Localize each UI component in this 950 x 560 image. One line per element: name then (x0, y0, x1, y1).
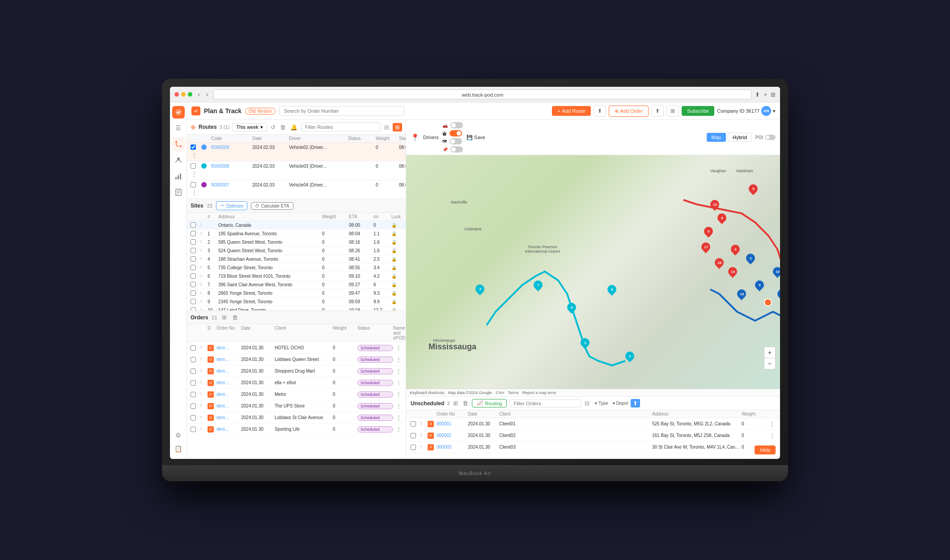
lock-icon[interactable]: 🔒 (391, 308, 402, 311)
order-checkbox[interactable] (191, 392, 196, 397)
order-menu[interactable]: ⋮ (395, 402, 402, 410)
map-pin-r4[interactable]: 8 (716, 212, 728, 224)
site-checkbox[interactable] (191, 265, 196, 270)
delete-button[interactable]: 🗑 (279, 123, 287, 132)
toggle-drivers[interactable] (450, 122, 463, 128)
order-row[interactable]: ⠿ D dem... 2024.01.30 Sporting Life 0 Sc… (187, 424, 406, 435)
order-checkbox[interactable] (191, 403, 196, 409)
map-type-map[interactable]: Map (707, 133, 726, 142)
sidebar-item-docs[interactable]: 📋 (172, 442, 185, 455)
map-pin-r2[interactable]: 13 (708, 198, 721, 211)
sidebar-item-analytics[interactable] (172, 170, 185, 183)
order-menu[interactable]: ⋮ (395, 355, 402, 364)
table-row[interactable]: R000008 2024.02.03 Vehicle03 (Driver... … (187, 161, 406, 180)
order-checkbox[interactable] (191, 415, 196, 420)
drag-handle[interactable]: ⠿ (199, 265, 208, 270)
drag-handle[interactable]: ⠿ (199, 380, 208, 385)
refresh-button[interactable]: ↺ (270, 123, 276, 132)
lock-icon[interactable]: 🔒 (391, 282, 402, 287)
export-unscheduled[interactable]: ⬆ (631, 399, 640, 407)
site-checkbox[interactable] (191, 307, 196, 310)
address-bar[interactable]: web.track-pod.com (213, 89, 751, 99)
drag-handle[interactable]: ⠿ (199, 308, 208, 311)
site-row[interactable]: ⠿ 6 719 Bloor Street West #101, Toronto … (187, 272, 406, 280)
map-pin-b2[interactable]: 10 (771, 265, 780, 278)
map-pin-t1[interactable]: 4 (474, 283, 486, 295)
map-container[interactable]: Vaughan Markham Mississauga Nashville Co… (406, 155, 780, 396)
drag-handle[interactable]: ⠿ (199, 415, 208, 420)
map-pin-b1[interactable]: 2 (744, 252, 757, 264)
back-btn[interactable]: ‹ (196, 90, 202, 99)
site-row[interactable]: ⠿ 10 147 Laird Drive, Toronto 0 10:19 12… (187, 306, 406, 310)
order-num[interactable]: dem... (216, 392, 241, 397)
order-checkbox[interactable] (191, 357, 196, 362)
route-code[interactable]: R000008 (211, 164, 251, 169)
add-route-button[interactable]: + Add Route (552, 106, 590, 116)
drag-handle[interactable]: ⠿ (199, 282, 208, 287)
order-num[interactable]: dem... (216, 369, 241, 373)
site-checkbox[interactable] (191, 273, 196, 279)
toggle-route[interactable] (450, 130, 462, 136)
sidebar-item-orders[interactable] (172, 186, 185, 199)
site-row[interactable]: ⠿ 1 195 Spadina Avenue, Toronto 0 08:04 … (187, 229, 406, 238)
site-checkbox[interactable] (191, 299, 196, 304)
sidebar-item-routes[interactable] (172, 137, 185, 151)
share-btn[interactable]: ⬆ (755, 91, 760, 98)
order-row[interactable]: ⠿ D dem... 2024.01.30 Metro 0 Scheduled … (187, 389, 406, 400)
lock-icon[interactable]: 🔒 (391, 265, 402, 270)
extensions-btn[interactable]: ⊞ (771, 91, 776, 98)
drag-handle[interactable]: ⠿ (199, 357, 208, 362)
order-num[interactable]: dem... (216, 427, 241, 432)
keyboard-shortcuts[interactable]: Keyboard shortcuts (410, 390, 445, 395)
map-pin-t2[interactable]: 7 (532, 279, 544, 291)
bell-button[interactable]: 🔔 (289, 123, 298, 132)
drag-handle[interactable]: ⠿ (420, 433, 428, 438)
subscribe-button[interactable]: Subscribe (682, 106, 714, 116)
order-menu[interactable]: ⋮ (395, 425, 402, 433)
unscheduled-row[interactable]: ⠿ D 000001 2024.01.30 Client01 525 Bay S… (406, 418, 780, 430)
site-row[interactable]: ⠿ 3 524 Queen Street West, Toronto 0 08:… (187, 246, 406, 255)
unscheduled-checkbox[interactable] (411, 421, 416, 427)
save-button[interactable]: 💾 Save (467, 135, 485, 140)
routing-button[interactable]: 📈 Routing (472, 399, 507, 407)
filter-unscheduled-icon[interactable]: ⊟ (584, 399, 590, 407)
drag-handle[interactable]: ⠿ (199, 248, 208, 253)
drag-handle[interactable]: ⠿ (199, 427, 208, 432)
site-checkbox[interactable] (191, 239, 196, 245)
optimize-button[interactable]: 〜 Optimize (216, 201, 247, 210)
sidebar-item-menu[interactable]: ☰ (172, 121, 185, 135)
lock-icon[interactable]: 🔒 (391, 299, 402, 304)
order-num[interactable]: dem... (216, 380, 241, 385)
lock-icon[interactable]: 🔒 (391, 223, 402, 228)
app-logo[interactable] (172, 106, 185, 119)
lock-icon[interactable]: 🔒 (391, 257, 402, 262)
table-row[interactable]: R000007 2024.02.03 Vehicle04 (Driver... … (187, 180, 406, 199)
unscheduled-row[interactable]: ⠿ D 000003 2024.01.30 Client03 30 St Cla… (406, 441, 780, 453)
add-order-button[interactable]: ⊕ Add Order (609, 106, 649, 117)
terms[interactable]: Terms (508, 390, 519, 395)
help-button[interactable]: Help (755, 445, 776, 454)
order-checkbox[interactable] (191, 380, 196, 386)
drag-handle[interactable]: ⠿ (199, 299, 208, 304)
map-pin-b5[interactable]: 16 (776, 288, 780, 300)
minimize-btn[interactable] (181, 92, 186, 97)
map-pin-r3[interactable]: 9 (702, 225, 715, 238)
site-row[interactable]: ⠿ 8 2665 Yonge Street, Toronto 0 09:47 9… (187, 289, 406, 297)
drag-handle[interactable]: ⠿ (199, 240, 208, 245)
drag-handle[interactable]: ⠿ (199, 345, 208, 350)
site-row[interactable]: ⠿ 4 188 Strachan Avenue, Toronto 0 08:41… (187, 255, 406, 263)
drag-handle[interactable]: ⠿ (199, 231, 208, 236)
forward-btn[interactable]: › (204, 90, 210, 99)
lock-icon[interactable]: 🔒 (391, 274, 402, 279)
unscheduled-menu[interactable]: ⋮ (768, 420, 776, 428)
order-row[interactable]: ⠿ D dem... 2024.01.30 Loblaws Queen Stre… (187, 354, 406, 365)
calculate-eta-button[interactable]: ⏱ Calculate ETA (251, 202, 293, 210)
order-num[interactable]: dem... (216, 415, 241, 420)
order-menu[interactable]: ⋮ (395, 344, 402, 352)
map-pin-t5[interactable]: 3 (579, 336, 591, 349)
drag-handle[interactable]: ⠿ (199, 392, 208, 397)
site-row[interactable]: ⠿ 9 2345 Yonge Street, Toronto 0 09:59 9… (187, 297, 406, 306)
row-menu[interactable]: ⋮ (191, 170, 200, 178)
site-checkbox[interactable] (191, 248, 196, 253)
map-pin-b3[interactable]: 9 (753, 279, 766, 291)
